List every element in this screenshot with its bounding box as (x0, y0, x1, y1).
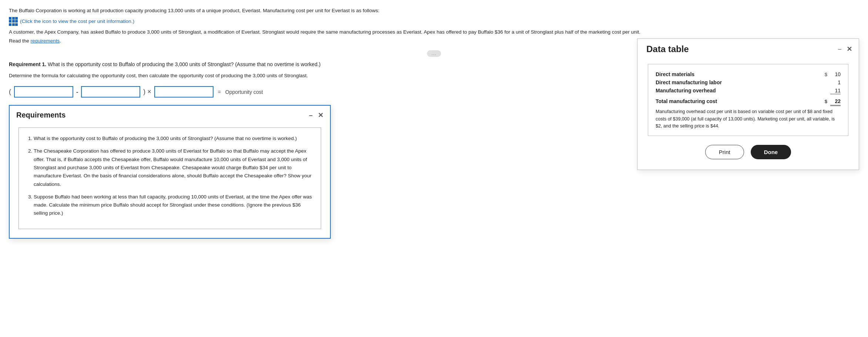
modal-body: What is the opportunity cost to Buffalo … (10, 121, 330, 238)
data-table-controls: – ✕ (838, 45, 852, 53)
dt-close-button[interactable]: ✕ (847, 45, 852, 53)
content-area: Requirement 1. What is the opportunity c… (9, 61, 859, 103)
intro-line1: The Buffalo Corporation is working at fu… (9, 7, 859, 15)
requirements-box: What is the opportunity cost to Buffalo … (18, 127, 321, 229)
req-heading-rest: What is the opportunity cost to Buffalo … (46, 61, 320, 67)
dt-total-values: $ 22 (825, 98, 841, 106)
icon-link-text[interactable]: (Click the icon to view the cost per uni… (20, 18, 134, 24)
read-req-text: Read the (9, 38, 29, 44)
dt-total-label: Total manufacturing cost (656, 98, 717, 104)
dt-dollar-direct-materials: $ (825, 72, 827, 77)
dt-buttons: Print Done (648, 145, 848, 162)
formula-input-3[interactable] (154, 86, 213, 98)
requirements-list: What is the opportunity cost to Buffalo … (27, 135, 313, 217)
dt-value-mfg-overhead: 11 (830, 88, 841, 94)
dt-label-direct-materials: Direct materials (656, 71, 694, 77)
dt-values-direct-materials: $ 10 (825, 71, 841, 77)
intro-text: The Buffalo Corporation is working at fu… (9, 7, 859, 15)
data-table-panel: Data table – ✕ Direct materials $ 10 (637, 38, 859, 170)
close-paren-times: ) × (143, 88, 151, 96)
data-table-body: Direct materials $ 10 Direct manufacturi… (637, 58, 859, 170)
divider-pill: ... (427, 50, 441, 57)
data-table-inner: Direct materials $ 10 Direct manufacturi… (648, 64, 848, 136)
req-item-1: What is the opportunity cost to Buffalo … (34, 135, 313, 143)
dt-total-dollar: $ (825, 99, 827, 104)
grid-icon (9, 17, 18, 26)
dt-row-direct-materials: Direct materials $ 10 (656, 70, 841, 78)
icon-link[interactable]: (Click the icon to view the cost per uni… (9, 17, 859, 26)
modal-minimize-button[interactable]: – (309, 112, 313, 119)
dt-row-direct-labor: Direct manufacturing labor 1 (656, 78, 841, 86)
dt-label-direct-labor: Direct manufacturing labor (656, 79, 722, 85)
modal-title: Requirements (16, 111, 65, 119)
req-heading-bold: Requirement 1. (9, 61, 46, 67)
modal-close-button[interactable]: ✕ (318, 112, 323, 119)
modal-controls: – ✕ (309, 112, 323, 119)
dt-minimize-button[interactable]: – (838, 46, 841, 52)
dt-note: Manufacturing overhead cost per unit is … (656, 108, 841, 130)
dt-value-direct-labor: 1 (830, 79, 841, 85)
formula-minus: - (76, 89, 78, 95)
data-table-header: Data table – ✕ (637, 39, 859, 58)
intro-line2: A customer, the Apex Company, has asked … (9, 28, 859, 36)
dt-total-value: 22 (830, 98, 841, 106)
print-button[interactable]: Print (705, 145, 744, 159)
modal-header: Requirements – ✕ (10, 106, 330, 121)
dt-total-row: Total manufacturing cost $ 22 (656, 97, 841, 107)
dt-value-direct-materials: 10 (830, 71, 841, 77)
open-paren: ( (9, 88, 11, 96)
main-container: The Buffalo Corporation is working at fu… (0, 0, 868, 337)
requirements-link[interactable]: requirements (31, 38, 60, 44)
req-item-2: The Chesapeake Corporation has offered t… (34, 147, 313, 188)
formula-result-label: Opportunity cost (225, 89, 263, 95)
data-table-title: Data table (646, 44, 689, 54)
intro-line2-wrap: A customer, the Apex Company, has asked … (9, 28, 859, 36)
dt-label-mfg-overhead: Manufacturing overhead (656, 88, 716, 93)
formula-equals: = (216, 89, 222, 95)
req-item-3: Suppose Buffalo had been working at less… (34, 193, 313, 218)
formula-input-1[interactable] (14, 86, 73, 98)
done-button[interactable]: Done (751, 145, 791, 159)
formula-input-2[interactable] (81, 86, 140, 98)
dt-row-mfg-overhead: Manufacturing overhead 11 (656, 86, 841, 95)
requirements-modal: Requirements – ✕ What is the opportunity… (9, 105, 331, 238)
dt-values-mfg-overhead: 11 (827, 88, 841, 94)
dt-values-direct-labor: 1 (827, 79, 841, 85)
